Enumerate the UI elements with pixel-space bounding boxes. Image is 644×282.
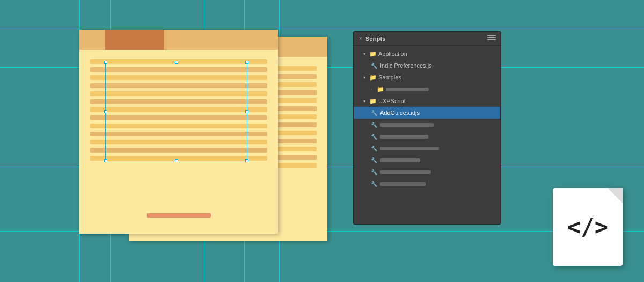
tree-item-script-1[interactable]: 🔧	[354, 119, 500, 131]
document-page-front	[79, 30, 278, 234]
tree-item-script-3[interactable]: 🔧	[354, 142, 500, 154]
script-icon-2: 🔧	[371, 134, 378, 140]
label-addguides: AddGuides.idjs	[380, 110, 420, 116]
label-script-6	[380, 182, 426, 186]
tree-item-script-6[interactable]: 🔧	[354, 178, 500, 190]
label-script-3	[380, 147, 439, 150]
panel-title-left: × Scripts	[358, 35, 385, 42]
tree-item-script-5[interactable]: 🔧	[354, 166, 500, 178]
menu-line-1	[487, 35, 496, 37]
folder-icon-uxpscript: 📁	[369, 98, 377, 105]
menu-line-3	[487, 39, 496, 40]
tree-item-addguides[interactable]: 🔧 AddGuides.idjs	[354, 107, 500, 119]
script-icon-4: 🔧	[371, 157, 378, 163]
label-indic-prefs: Indic Preferences.js	[380, 62, 432, 69]
code-icon-text: </>	[567, 214, 608, 240]
tree-item-uxpscript[interactable]: ▾ 📁 UXPScript	[354, 95, 500, 107]
folder-icon-samples: 📁	[369, 74, 377, 81]
panel-close-button[interactable]: ×	[358, 36, 363, 41]
tree-item-application[interactable]: ▾ 📁 Application	[354, 48, 500, 60]
label-uxpscript: UXPScript	[378, 98, 406, 104]
label-samples-sub	[386, 88, 429, 91]
scripts-tree: ▾ 📁 Application 🔧 Indic Preferences.js ▾…	[354, 46, 500, 224]
script-icon-6: 🔧	[371, 181, 378, 187]
tree-item-script-2[interactable]: 🔧	[354, 131, 500, 142]
script-icon-addguides: 🔧	[371, 110, 378, 116]
script-icon-indic: 🔧	[371, 63, 378, 69]
page-header-front	[79, 30, 278, 50]
handle-tl[interactable]	[104, 61, 107, 64]
chevron-samples-sub: ›	[371, 87, 375, 92]
label-script-5	[380, 170, 431, 174]
panel-title: Scripts	[365, 35, 385, 42]
panel-menu-button[interactable]	[487, 35, 496, 42]
tree-item-samples[interactable]: ▾ 📁 Samples	[354, 71, 500, 83]
label-script-4	[380, 158, 420, 162]
script-icon-5: 🔧	[371, 169, 378, 175]
handle-tr[interactable]	[245, 61, 248, 64]
guide-h-1	[0, 28, 644, 28]
code-file-icon: </>	[553, 188, 623, 266]
handle-ml[interactable]	[104, 110, 107, 113]
chevron-application: ▾	[363, 52, 368, 56]
script-icon-3: 🔧	[371, 146, 378, 151]
tree-item-samples-sub[interactable]: › 📁	[354, 83, 500, 95]
handle-bl[interactable]	[104, 159, 107, 162]
handle-bc[interactable]	[175, 159, 178, 162]
label-script-1	[380, 123, 434, 127]
chevron-uxpscript: ▾	[363, 99, 368, 104]
chevron-samples: ▾	[363, 75, 368, 80]
tree-item-indic-prefs[interactable]: 🔧 Indic Preferences.js	[354, 60, 500, 71]
panel-title-bar: × Scripts	[354, 32, 500, 46]
label-application: Application	[378, 50, 407, 57]
script-icon-1: 🔧	[371, 122, 378, 128]
handle-tc[interactable]	[175, 61, 178, 64]
label-script-2	[380, 135, 428, 139]
handle-mr[interactable]	[245, 110, 248, 113]
page-header-accent	[105, 30, 164, 50]
folder-icon-application: 📁	[369, 50, 377, 57]
menu-line-2	[487, 37, 496, 38]
selection-box	[105, 62, 247, 161]
scripts-panel: × Scripts ▾ 📁 Application 🔧 Indic Prefer…	[353, 31, 501, 225]
tree-item-script-4[interactable]: 🔧	[354, 154, 500, 166]
label-samples: Samples	[378, 74, 401, 81]
handle-br[interactable]	[245, 159, 248, 162]
footer-stripe-front	[147, 213, 211, 218]
folder-icon-samples-sub: 📁	[377, 86, 384, 93]
